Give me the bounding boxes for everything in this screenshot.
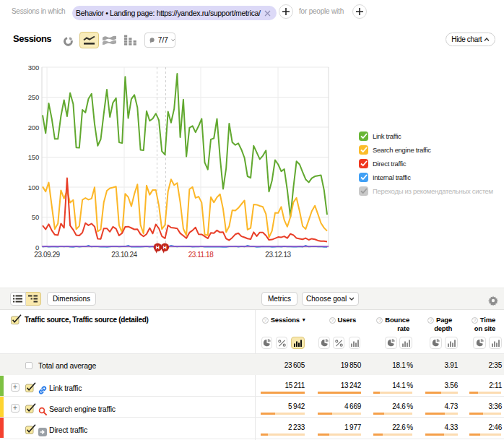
svg-text:23.11.18: 23.11.18 bbox=[188, 251, 214, 259]
svg-text:23.09.29: 23.09.29 bbox=[34, 251, 60, 259]
svg-text:H: H bbox=[156, 245, 160, 250]
svg-text:50: 50 bbox=[32, 213, 39, 221]
svg-text:150: 150 bbox=[28, 153, 39, 161]
svg-text:H: H bbox=[163, 245, 167, 250]
svg-text:200: 200 bbox=[28, 124, 39, 131]
svg-text:0: 0 bbox=[35, 243, 39, 251]
svg-text:23.10.24: 23.10.24 bbox=[111, 251, 137, 259]
svg-text:250: 250 bbox=[28, 93, 39, 101]
svg-text:100: 100 bbox=[28, 184, 39, 191]
svg-text:300: 300 bbox=[28, 64, 39, 72]
svg-text:23.12.13: 23.12.13 bbox=[265, 251, 291, 259]
